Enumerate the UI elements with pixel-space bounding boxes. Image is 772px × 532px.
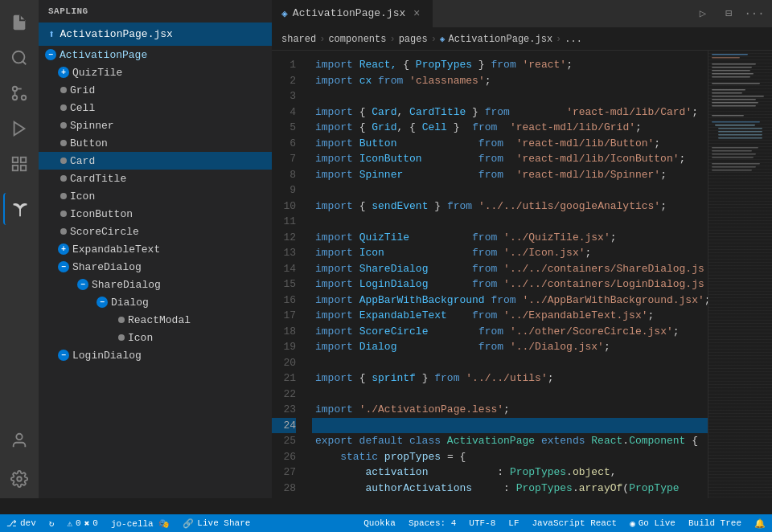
search-icon[interactable]: [3, 42, 35, 74]
tree-item-icon[interactable]: Icon ⓘ ⬡: [39, 187, 272, 205]
collapse-icon[interactable]: −: [58, 350, 69, 361]
files-icon[interactable]: [3, 6, 35, 39]
collapse-icon[interactable]: −: [96, 297, 108, 308]
breadcrumb-part-components[interactable]: components: [328, 34, 386, 45]
buildtree-label: Build Tree: [688, 518, 741, 528]
code-content[interactable]: import React, { PropTypes } from 'react'…: [312, 51, 708, 498]
tree-item-icon-2[interactable]: Icon ⓘ ⬡: [39, 329, 272, 346]
link-icon[interactable]: ⬡: [168, 296, 181, 309]
svg-rect-8: [13, 158, 18, 162]
info-icon[interactable]: ⓘ: [98, 190, 111, 203]
tree-item-reactmodal[interactable]: ReactModal: [39, 311, 272, 329]
run-icon[interactable]: [3, 113, 35, 145]
tab-close-button[interactable]: ×: [410, 7, 423, 20]
svg-rect-16: [712, 63, 756, 65]
gear-icon[interactable]: ⚙: [177, 349, 190, 362]
status-language[interactable]: JavaScript React: [526, 514, 624, 532]
link-icon[interactable]: ⬡: [158, 225, 171, 238]
run-button[interactable]: ▷: [692, 2, 714, 25]
settings-icon[interactable]: [3, 463, 35, 495]
leaf-dot: [60, 228, 67, 235]
status-liveshare[interactable]: 🔗 Live Share: [176, 514, 257, 532]
breadcrumb-part-filename[interactable]: ActivationPage.jsx: [448, 34, 552, 45]
info-icon[interactable]: ⓘ: [125, 66, 138, 79]
info-icon[interactable]: ⓘ: [150, 48, 163, 61]
split-editor-button[interactable]: ⊟: [717, 2, 740, 25]
expand-icon[interactable]: +: [58, 67, 69, 78]
tree-label: Card: [70, 155, 95, 167]
tree-item-spinner[interactable]: Spinner: [39, 117, 272, 134]
tree-item-button[interactable]: Button: [39, 134, 272, 152]
expand-icon[interactable]: +: [58, 243, 69, 255]
status-eol[interactable]: LF: [502, 514, 525, 532]
info-icon[interactable]: ⓘ: [145, 260, 158, 273]
code-line-9: [312, 182, 708, 198]
svg-rect-25: [712, 99, 756, 100]
code-line-7: import IconButton from 'react-mdl/lib/Ic…: [312, 151, 708, 167]
gear-icon[interactable]: ⚙: [184, 296, 197, 309]
svg-point-13: [17, 477, 22, 481]
tree-item-activationpage[interactable]: − ActivationPage ⓘ ⬡ ⚙: [39, 46, 272, 63]
link-icon[interactable]: ⬡: [180, 278, 193, 291]
status-encoding[interactable]: UTF-8: [462, 514, 502, 532]
status-buildtree[interactable]: Build Tree: [682, 514, 748, 532]
source-control-icon[interactable]: [3, 77, 35, 109]
info-icon[interactable]: ⓘ: [164, 278, 177, 291]
breadcrumb-part-pages[interactable]: pages: [399, 34, 428, 45]
tree-item-dialog[interactable]: − Dialog ⓘ ⬡ ⚙: [39, 293, 272, 311]
status-notifications[interactable]: 🔔: [748, 514, 772, 532]
breadcrumb-part-shared[interactable]: shared: [281, 34, 316, 45]
tree-item-iconbutton[interactable]: IconButton: [39, 205, 272, 223]
info-icon[interactable]: ⓘ: [145, 349, 158, 362]
tree-label: CardTitle: [70, 173, 126, 185]
info-icon[interactable]: ⓘ: [156, 331, 169, 344]
link-icon[interactable]: ⬡: [161, 260, 174, 273]
sapling-icon[interactable]: [3, 193, 35, 225]
account-icon[interactable]: [3, 424, 35, 456]
active-file-tab[interactable]: ⬆ ActivationPage.jsx: [39, 23, 272, 46]
link-icon[interactable]: ⬡: [142, 66, 154, 79]
status-quokka[interactable]: Quokka: [357, 514, 402, 532]
gear-icon[interactable]: ⚙: [183, 48, 195, 61]
tree-item-cardtitle[interactable]: CardTitle: [39, 170, 272, 187]
tree-item-grid[interactable]: Grid: [39, 81, 272, 99]
more-actions-button[interactable]: ···: [743, 2, 766, 25]
status-sync[interactable]: ↻: [43, 514, 61, 532]
tree-item-sharedialog-1[interactable]: − ShareDialog ⓘ ⬡ ⚙: [39, 258, 272, 276]
link-icon[interactable]: ⬡: [114, 190, 127, 203]
collapse-icon[interactable]: −: [45, 49, 56, 60]
editor-tab[interactable]: ◈ ActivationPage.jsx ×: [272, 0, 433, 27]
tree-item-card[interactable]: Card: [39, 152, 272, 170]
language-label: JavaScript React: [532, 518, 618, 528]
info-icon[interactable]: ⓘ: [152, 296, 165, 309]
info-icon[interactable]: ⓘ: [163, 243, 176, 256]
leaf-dot: [60, 158, 67, 164]
gear-icon[interactable]: ⚙: [195, 243, 208, 256]
status-branch[interactable]: ⎇ dev: [0, 514, 43, 532]
svg-rect-40: [712, 166, 756, 168]
breadcrumb-part-dots[interactable]: ...: [565, 34, 582, 45]
tree-item-expandabletext[interactable]: + ExpandableText ⓘ ⬡ ⚙: [39, 240, 272, 258]
link-icon[interactable]: ⬡: [172, 331, 185, 344]
code-line-12: import QuizTile from '../QuizTile.jsx';: [312, 230, 708, 246]
tree-item-sharedialog-2[interactable]: − ShareDialog ⓘ ⬡ ⚙: [39, 276, 272, 293]
link-icon[interactable]: ⬡: [166, 48, 179, 61]
tree-item-logindialog[interactable]: − LoginDialog ⓘ ⬡ ⚙: [39, 346, 272, 364]
collapse-icon[interactable]: −: [77, 279, 88, 290]
status-user[interactable]: jo-cella 🎭: [105, 514, 176, 532]
info-icon[interactable]: ⓘ: [142, 225, 155, 238]
link-icon[interactable]: ⬡: [179, 243, 192, 256]
tree-item-scorecircle[interactable]: ScoreCircle ⓘ ⬡: [39, 223, 272, 240]
status-golive[interactable]: ◉ Go Live: [623, 514, 682, 532]
gear-icon[interactable]: ⚙: [177, 260, 190, 273]
tree-label: IconButton: [70, 208, 133, 220]
tree-item-quiztile[interactable]: + QuizTile ⓘ ⬡: [39, 63, 272, 81]
collapse-icon[interactable]: −: [58, 261, 69, 272]
link-icon[interactable]: ⬡: [161, 349, 174, 362]
status-spaces[interactable]: Spaces: 4: [402, 514, 462, 532]
status-errors[interactable]: ⚠ 0 ✖ 0: [60, 514, 104, 532]
tree-item-cell[interactable]: Cell: [39, 99, 272, 117]
extensions-icon[interactable]: [3, 148, 35, 180]
gear-icon[interactable]: ⚙: [196, 278, 209, 291]
leaf-dot: [60, 104, 67, 111]
